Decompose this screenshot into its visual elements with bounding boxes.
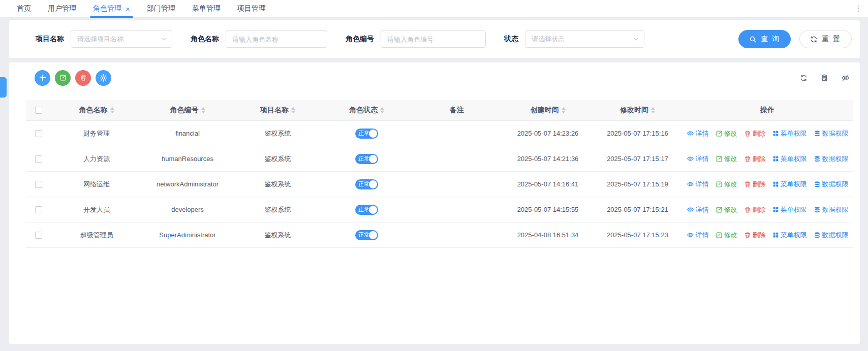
sidebar-expand-handle[interactable] [0, 77, 7, 98]
grid-icon [772, 155, 779, 162]
row-checkbox[interactable] [35, 232, 42, 239]
detail-link[interactable]: 详情 [687, 231, 709, 240]
edit-link[interactable]: 修改 [716, 205, 737, 214]
sort-asc-icon[interactable] [380, 107, 384, 110]
column-label: 备注 [450, 106, 464, 115]
dataPermission-link[interactable]: 数据权限 [814, 205, 849, 214]
tab-2[interactable]: 用户管理 [48, 1, 76, 17]
row-select-cell [26, 121, 51, 146]
role-name-input[interactable] [226, 30, 327, 48]
sort-icon[interactable] [110, 107, 114, 113]
detail-link[interactable]: 详情 [687, 205, 709, 214]
sort-desc-icon[interactable] [562, 111, 566, 113]
detail-link[interactable]: 详情 [687, 129, 709, 138]
sort-asc-icon[interactable] [291, 107, 295, 110]
edit-icon [716, 155, 723, 163]
delete-link[interactable]: 删除 [744, 154, 766, 164]
column-header-updateTime[interactable]: 修改时间 [593, 100, 682, 120]
status-toggle[interactable]: 正常 [355, 154, 378, 164]
tab-3[interactable]: 角色管理× [93, 1, 130, 17]
project-select-placeholder: 请选择项目名称 [77, 35, 123, 44]
detail-link[interactable]: 详情 [687, 154, 709, 164]
row-checkbox[interactable] [35, 181, 42, 188]
refresh-icon [810, 36, 818, 43]
detail-link[interactable]: 详情 [687, 180, 709, 189]
delete-link-label: 删除 [753, 180, 766, 189]
tab-label: 首页 [17, 4, 31, 13]
sort-asc-icon[interactable] [110, 107, 114, 110]
status-toggle[interactable]: 正常 [355, 129, 378, 139]
row-checkbox[interactable] [35, 206, 42, 213]
reset-button[interactable]: 重 置 [799, 30, 852, 48]
edit-link[interactable]: 修改 [716, 154, 737, 164]
close-icon[interactable]: × [126, 5, 130, 13]
eye-off-icon[interactable] [841, 74, 850, 82]
row-checkbox[interactable] [35, 130, 42, 137]
menuPermission-link[interactable]: 菜单权限 [772, 205, 807, 214]
edit-link[interactable]: 修改 [716, 180, 737, 189]
tab-5[interactable]: 菜单管理 [192, 1, 221, 17]
role-code-input[interactable] [381, 30, 486, 48]
trash-icon [744, 130, 751, 137]
role-code-cell: developers [142, 197, 233, 222]
sort-icon[interactable] [651, 107, 655, 113]
status-select[interactable]: 请选择状态 [525, 30, 644, 48]
sort-desc-icon[interactable] [651, 111, 655, 113]
tab-6[interactable]: 项目管理 [237, 1, 266, 17]
sort-icon[interactable] [201, 107, 205, 113]
role-name-cell: 开发人员 [51, 197, 142, 222]
sort-icon[interactable] [562, 107, 566, 113]
dataPermission-link[interactable]: 数据权限 [814, 180, 849, 189]
menuPermission-link[interactable]: 菜单权限 [772, 154, 807, 164]
menuPermission-link[interactable]: 菜单权限 [772, 180, 807, 189]
role-code-cell: SuperAdministrator [142, 222, 233, 247]
sort-desc-icon[interactable] [201, 111, 205, 113]
delete-button[interactable] [75, 70, 91, 86]
clipboard-icon[interactable] [820, 74, 828, 82]
column-header-roleCode[interactable]: 角色编号 [142, 100, 233, 120]
sort-asc-icon[interactable] [562, 107, 566, 110]
sort-asc-icon[interactable] [201, 107, 205, 110]
detail-link-label: 详情 [696, 129, 709, 138]
status-toggle[interactable]: 正常 [355, 230, 378, 240]
dataPermission-link[interactable]: 数据权限 [814, 129, 849, 138]
tab-options-icon[interactable]: ⋮ [855, 4, 863, 13]
refresh-icon[interactable] [800, 74, 808, 82]
row-checkbox[interactable] [35, 155, 42, 163]
settings-button[interactable] [96, 70, 111, 86]
column-header-createTime[interactable]: 创建时间 [503, 100, 593, 120]
dataPermission-link[interactable]: 数据权限 [814, 154, 849, 164]
edit-link[interactable]: 修改 [716, 231, 737, 240]
dataPermission-link[interactable]: 数据权限 [814, 231, 849, 240]
add-button[interactable] [35, 70, 50, 86]
column-header-roleName[interactable]: 角色名称 [51, 100, 142, 120]
delete-link[interactable]: 删除 [744, 180, 766, 189]
edit-link[interactable]: 修改 [716, 129, 737, 138]
delete-link[interactable]: 删除 [744, 129, 766, 138]
status-toggle[interactable]: 正常 [355, 179, 378, 189]
sort-desc-icon[interactable] [110, 111, 114, 113]
search-button[interactable]: 查 询 [738, 30, 791, 48]
menuPermission-link[interactable]: 菜单权限 [772, 129, 807, 138]
delete-link[interactable]: 删除 [744, 205, 766, 214]
menuPermission-link[interactable]: 菜单权限 [772, 231, 807, 240]
remark-cell [411, 197, 503, 222]
delete-link[interactable]: 删除 [744, 231, 766, 240]
select-all-checkbox[interactable] [35, 107, 42, 114]
tab-4[interactable]: 部门管理 [147, 1, 175, 17]
sort-desc-icon[interactable] [291, 111, 295, 113]
sort-icon[interactable] [291, 107, 295, 113]
status-toggle[interactable]: 正常 [355, 205, 378, 215]
project-select[interactable]: 请选择项目名称 [71, 30, 172, 48]
column-header-projectName[interactable]: 项目名称 [233, 100, 322, 120]
sort-icon[interactable] [380, 107, 384, 113]
trash-icon [744, 232, 751, 239]
menuPermission-link-label: 菜单权限 [781, 205, 807, 214]
tab-1[interactable]: 首页 [17, 1, 31, 17]
sort-desc-icon[interactable] [380, 111, 384, 113]
sort-asc-icon[interactable] [651, 107, 655, 110]
column-header-roleStatus[interactable]: 角色状态 [322, 100, 411, 120]
filter-project: 项目名称 请选择项目名称 [36, 30, 172, 48]
role-status-cell: 正常 [322, 197, 411, 222]
edit-button[interactable] [55, 70, 71, 86]
